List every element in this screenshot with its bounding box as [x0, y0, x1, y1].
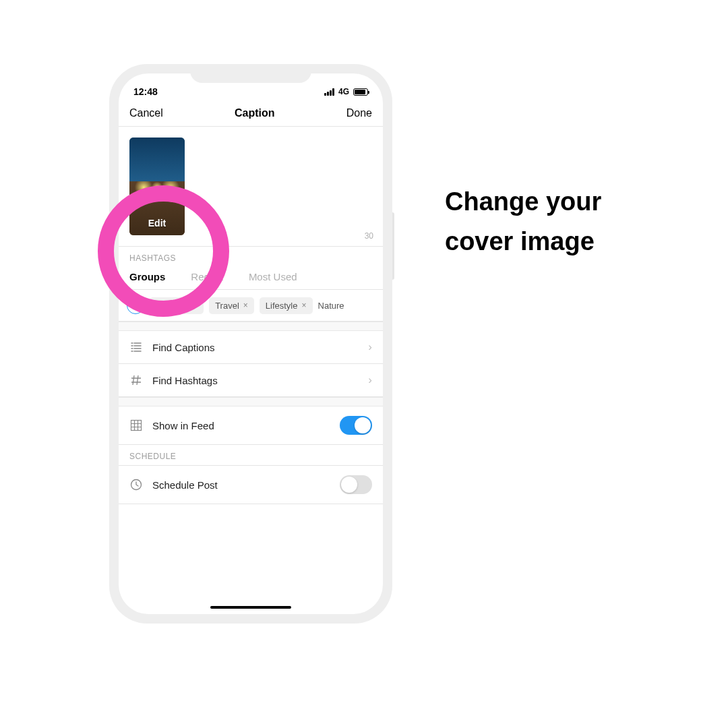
chip-label: Lifestyle: [266, 301, 298, 311]
find-captions-row[interactable]: Find Captions ›: [119, 331, 383, 364]
chevron-right-icon: ›: [368, 373, 372, 387]
chevron-right-icon: ›: [368, 340, 372, 354]
hash-icon: [129, 373, 143, 387]
show-in-feed-row: Show in Feed: [119, 406, 383, 445]
battery-icon: [353, 88, 368, 96]
add-hashtag-button[interactable]: [127, 297, 144, 314]
cover-image[interactable]: Edit: [129, 138, 185, 235]
hashtag-chip-cut[interactable]: Nature: [318, 301, 344, 311]
hashtag-chips-row[interactable]: Summer× Travel× Lifestyle× Nature: [119, 290, 383, 322]
hashtag-chip[interactable]: Summer×: [150, 297, 204, 314]
phone-side-button: [392, 212, 394, 280]
tab-recent[interactable]: Recent: [191, 271, 223, 282]
home-indicator[interactable]: [210, 606, 291, 609]
cancel-button[interactable]: Cancel: [129, 107, 163, 119]
instruction-text: Change your cover image: [445, 182, 674, 262]
show-in-feed-toggle[interactable]: [340, 416, 372, 435]
plus-icon: [131, 301, 140, 310]
chip-label: Travel: [215, 301, 239, 311]
page-title: Caption: [235, 107, 275, 119]
hashtags-label: HASHTAGS: [119, 247, 383, 267]
schedule-label: SCHEDULE: [119, 445, 383, 465]
list-icon: [129, 340, 143, 354]
signal-icon: [324, 88, 334, 96]
edit-cover-button[interactable]: Edit: [129, 218, 185, 229]
status-time: 12:48: [133, 86, 158, 97]
phone-frame: 12:48 4G Cancel Caption Done: [109, 64, 392, 624]
character-count: 30: [365, 231, 373, 241]
tab-most-used[interactable]: Most Used: [249, 271, 297, 282]
schedule-post-label: Schedule Post: [152, 479, 330, 491]
chip-label: Summer: [156, 301, 189, 311]
show-in-feed-label: Show in Feed: [152, 420, 330, 431]
clock-icon: [129, 478, 143, 491]
close-icon[interactable]: ×: [302, 301, 307, 310]
done-button[interactable]: Done: [346, 107, 372, 119]
tab-groups[interactable]: Groups: [129, 271, 165, 282]
close-icon[interactable]: ×: [193, 301, 198, 310]
schedule-post-toggle[interactable]: [340, 475, 372, 494]
svg-rect-0: [131, 421, 142, 431]
section-spacer: SCHEDULE: [119, 445, 383, 465]
section-spacer: [119, 397, 383, 406]
find-hashtags-label: Find Hashtags: [152, 375, 359, 386]
nav-bar: Cancel Caption Done: [119, 102, 383, 127]
section-spacer: [119, 322, 383, 331]
phone-notch: [190, 64, 311, 83]
schedule-post-row: Schedule Post: [119, 465, 383, 504]
hashtag-chip[interactable]: Travel×: [209, 297, 254, 314]
hashtag-tabs: Groups Recent Most Used: [119, 267, 383, 290]
caption-area[interactable]: Edit 30: [119, 127, 383, 247]
find-captions-label: Find Captions: [152, 342, 359, 353]
network-label: 4G: [338, 87, 349, 96]
grid-icon: [129, 419, 143, 432]
find-hashtags-row[interactable]: Find Hashtags ›: [119, 364, 383, 397]
status-right: 4G: [324, 87, 368, 96]
close-icon[interactable]: ×: [243, 301, 248, 310]
phone-screen: 12:48 4G Cancel Caption Done: [119, 73, 383, 614]
hashtag-chip[interactable]: Lifestyle×: [260, 297, 313, 314]
